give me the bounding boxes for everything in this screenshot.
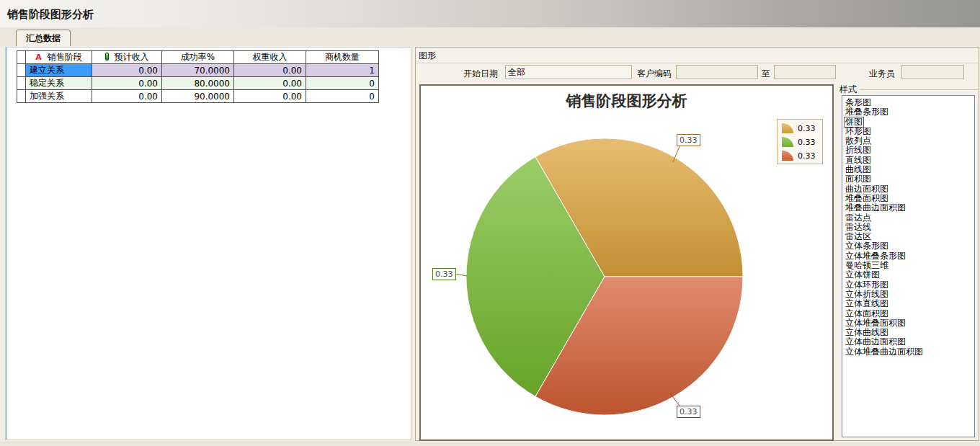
slice-label: 0.33 [677, 134, 700, 146]
style-list-item[interactable]: 立体条形图 [844, 241, 974, 250]
stage-cell[interactable]: 稳定关系 [26, 77, 92, 90]
slice-label: 0.33 [432, 268, 456, 280]
status-strip [0, 442, 980, 446]
table-row[interactable]: 建立关系0.0070.00000.001 [17, 64, 379, 77]
pie-chart [421, 86, 831, 438]
stage-cell[interactable]: 加强关系 [26, 90, 92, 103]
table-row[interactable]: 稳定关系0.0080.00000.000 [17, 77, 379, 90]
style-list-item[interactable]: 面积图 [844, 174, 974, 183]
main-area: A销售阶段预计收入成功率%权重收入商机数量 建立关系0.0070.00000.0… [0, 46, 980, 442]
table-row[interactable]: 加强关系0.0090.00000.000 [17, 90, 379, 103]
value-cell[interactable]: 0.00 [92, 64, 162, 77]
tab-summary-data[interactable]: 汇总数据 [16, 30, 71, 46]
divider [416, 63, 979, 63]
style-list-item[interactable]: 立体堆叠面积图 [844, 318, 974, 327]
value-cell[interactable]: 0.00 [92, 77, 162, 90]
legend-entry: 0.33 [782, 137, 818, 147]
page-title: 销售阶段图形分析 [0, 0, 980, 27]
style-list-item[interactable]: 立体折线图 [844, 289, 974, 298]
style-list-item[interactable]: 曼哈顿三维 [844, 260, 974, 269]
style-list-item[interactable]: 立体曲边面积图 [844, 336, 974, 346]
value-cell[interactable]: 80.0000 [162, 77, 234, 90]
sort-a-icon: A [35, 53, 42, 62]
divider [860, 89, 978, 90]
style-list-item[interactable]: 饼图 [844, 117, 974, 126]
tab-strip: 汇总数据 [0, 27, 980, 46]
style-list-item[interactable]: 环形图 [844, 126, 974, 135]
style-list-item[interactable]: 堆叠曲边面积图 [844, 202, 974, 212]
style-list-item[interactable]: 折线图 [844, 145, 974, 154]
value-cell[interactable]: 0 [306, 90, 379, 103]
style-list-item[interactable]: 散列点 [844, 135, 974, 145]
graph-panel-label: 图形 [419, 50, 436, 62]
column-marker-icon [105, 53, 109, 61]
style-list-item[interactable]: 曲边面积图 [844, 184, 974, 193]
customer-code-label: 客户编码 [637, 68, 672, 80]
style-list-item[interactable]: 立体曲线图 [844, 327, 974, 336]
row-selector-header [17, 51, 26, 64]
style-listbox[interactable]: 条形图堆叠条形图饼图环形图散列点折线图直线图曲线图面积图曲边面积图堆叠面积图堆叠… [842, 95, 975, 437]
to-label: 至 [762, 68, 770, 80]
legend-swatch-icon [782, 137, 793, 147]
legend-value: 0.33 [798, 138, 816, 147]
row-selector[interactable] [17, 90, 26, 103]
value-cell[interactable]: 0 [306, 77, 379, 90]
row-selector[interactable] [17, 64, 26, 77]
legend-value: 0.33 [798, 151, 816, 161]
style-group-label: 样式 [839, 84, 857, 96]
callout-line [454, 274, 467, 276]
legend-value: 0.33 [798, 124, 816, 133]
style-list-item[interactable]: 立体堆叠曲边面积图 [844, 347, 974, 356]
row-selector[interactable] [17, 77, 26, 90]
value-cell[interactable]: 0.00 [234, 77, 306, 90]
salesman-label: 业务员 [869, 68, 895, 80]
style-list-item[interactable]: 雷达区 [844, 231, 974, 241]
style-list-item[interactable]: 条形图 [844, 97, 974, 107]
style-list-item[interactable]: 雷达线 [844, 222, 974, 231]
legend-swatch-icon [782, 151, 793, 161]
style-list-item[interactable]: 立体面积图 [844, 308, 974, 318]
start-date-label: 开始日期 [463, 68, 498, 80]
value-cell[interactable]: 70.0000 [162, 64, 234, 77]
style-list-item[interactable]: 立体直线图 [844, 298, 974, 308]
summary-table-panel: A销售阶段预计收入成功率%权重收入商机数量 建立关系0.0070.00000.0… [5, 47, 411, 440]
column-header[interactable]: 成功率% [162, 51, 234, 64]
style-list-item[interactable]: 雷达点 [844, 213, 974, 222]
pie-chart-area: 销售阶段图形分析 0.330.330.33 0.330.330.33 [419, 84, 834, 441]
slice-label: 0.33 [677, 406, 700, 418]
style-list-item[interactable]: 堆叠条形图 [844, 107, 974, 116]
column-header[interactable]: A销售阶段 [26, 51, 92, 64]
column-header[interactable]: 预计收入 [92, 51, 162, 64]
to-input[interactable] [774, 65, 836, 79]
chart-legend: 0.330.330.33 [777, 119, 823, 164]
legend-entry: 0.33 [782, 123, 818, 133]
style-list-item[interactable]: 立体堆叠条形图 [844, 251, 974, 260]
style-list-item[interactable]: 立体环形图 [844, 280, 974, 289]
customer-code-input[interactable] [676, 65, 758, 79]
legend-entry: 0.33 [782, 151, 818, 161]
column-header[interactable]: 权重收入 [234, 51, 306, 64]
start-date-input[interactable] [505, 65, 632, 79]
style-list-item[interactable]: 曲线图 [844, 164, 974, 174]
table-header-row: A销售阶段预计收入成功率%权重收入商机数量 [17, 51, 379, 64]
value-cell[interactable]: 0.00 [234, 90, 306, 103]
style-list-item[interactable]: 堆叠面积图 [844, 193, 974, 202]
legend-swatch-icon [782, 123, 793, 133]
summary-table[interactable]: A销售阶段预计收入成功率%权重收入商机数量 建立关系0.0070.00000.0… [17, 50, 379, 103]
salesman-input[interactable] [901, 65, 964, 79]
stage-cell[interactable]: 建立关系 [26, 64, 92, 77]
style-list-item[interactable]: 立体饼图 [844, 269, 974, 279]
value-cell[interactable]: 0.00 [92, 90, 162, 103]
graph-panel: 图形 开始日期 客户编码 至 业务员 销售阶段图形分析 0.330.330.33… [415, 47, 979, 441]
value-cell[interactable]: 0.00 [234, 64, 306, 77]
value-cell[interactable]: 1 [306, 64, 379, 77]
value-cell[interactable]: 90.0000 [162, 90, 234, 103]
column-header[interactable]: 商机数量 [306, 51, 379, 64]
style-list-item[interactable]: 直线图 [844, 155, 974, 164]
